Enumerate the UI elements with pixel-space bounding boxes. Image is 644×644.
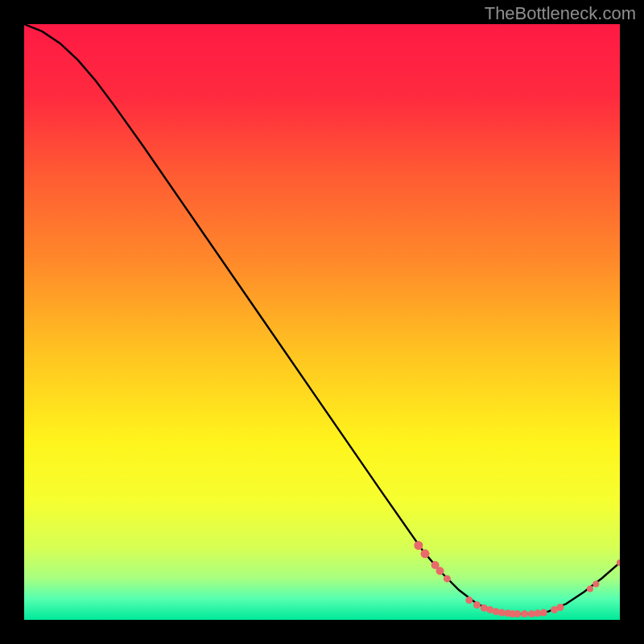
chart-marker xyxy=(514,610,521,617)
chart-marker xyxy=(540,609,547,617)
chart-marker xyxy=(465,597,473,604)
chart-marker xyxy=(414,541,423,550)
chart-background xyxy=(24,24,620,620)
chart-marker xyxy=(436,567,444,575)
chart-marker xyxy=(493,608,500,615)
chart-marker xyxy=(521,610,528,617)
attribution-text: TheBottleneck.com xyxy=(485,3,636,24)
chart-marker xyxy=(473,601,481,609)
chart-plot-area xyxy=(24,24,620,620)
chart-marker xyxy=(587,586,593,592)
chart-marker xyxy=(421,549,430,558)
chart-marker xyxy=(557,604,564,611)
chart-svg xyxy=(24,24,620,620)
chart-marker xyxy=(444,575,451,582)
chart-marker xyxy=(592,581,599,588)
